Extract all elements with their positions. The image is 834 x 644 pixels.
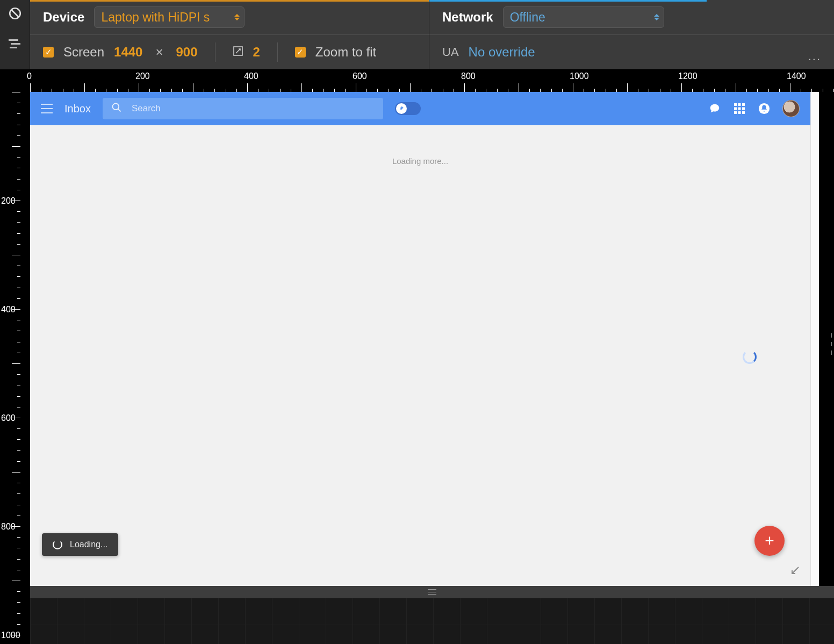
svg-line-7 bbox=[118, 109, 120, 112]
screen-height[interactable]: 900 bbox=[176, 45, 197, 60]
network-label: Network bbox=[442, 10, 493, 25]
ua-label: UA bbox=[442, 45, 459, 59]
bottom-panel-background bbox=[30, 598, 834, 644]
screen-width[interactable]: 1440 bbox=[114, 45, 142, 60]
ruler-label: 1400 bbox=[787, 71, 806, 81]
device-label: Device bbox=[43, 10, 84, 25]
screen-label: Screen bbox=[63, 45, 104, 60]
grip-icon bbox=[428, 589, 436, 595]
apps-grid-icon[interactable] bbox=[733, 102, 746, 115]
device-panel: Device Laptop with HiDPI s ✓ Screen 1440… bbox=[30, 0, 429, 69]
search-input[interactable] bbox=[132, 103, 375, 114]
divider bbox=[277, 42, 278, 62]
ua-row: UA No override bbox=[429, 34, 834, 69]
svg-line-1 bbox=[11, 10, 18, 17]
loading-more-text: Loading more... bbox=[30, 156, 810, 166]
panel-splitter[interactable] bbox=[30, 586, 834, 598]
toast-text: Loading... bbox=[70, 540, 107, 549]
zoom-label: Zoom to fit bbox=[315, 45, 376, 60]
ruler-label: 400 bbox=[244, 71, 258, 81]
svg-rect-11 bbox=[734, 108, 737, 110]
svg-rect-2 bbox=[9, 39, 18, 41]
plus-icon: + bbox=[765, 532, 774, 550]
network-row: Network Offline bbox=[429, 0, 834, 34]
viewport-content: Inbox Loadin bbox=[30, 92, 810, 586]
device-select[interactable]: Laptop with HiDPI s bbox=[94, 6, 245, 28]
app-title: Inbox bbox=[64, 103, 91, 115]
svg-rect-4 bbox=[10, 47, 17, 48]
drawer-grab-handle[interactable] bbox=[829, 333, 834, 355]
hamburger-icon[interactable] bbox=[41, 104, 53, 113]
svg-rect-9 bbox=[738, 103, 741, 106]
device-viewport: Inbox Loadin bbox=[30, 92, 819, 586]
vertical-ruler: 2004006008001000 bbox=[0, 69, 20, 644]
screen-row: ✓ Screen 1440 × 900 2 ✓ Zoom to fit bbox=[30, 34, 429, 69]
screen-checkbox[interactable]: ✓ bbox=[43, 47, 54, 58]
ua-value[interactable]: No override bbox=[469, 45, 535, 60]
devtools-panels: Device Laptop with HiDPI s ✓ Screen 1440… bbox=[30, 0, 834, 69]
user-avatar[interactable] bbox=[782, 100, 800, 117]
ruler-label: 0 bbox=[27, 71, 32, 81]
zoom-checkbox[interactable]: ✓ bbox=[295, 47, 306, 58]
compose-fab[interactable]: + bbox=[754, 526, 785, 556]
ruler-label: 600 bbox=[1, 413, 16, 423]
ruler-label: 1000 bbox=[1, 631, 20, 640]
ruler-label: 200 bbox=[1, 196, 16, 206]
loading-toast: Loading... bbox=[42, 533, 118, 556]
svg-rect-15 bbox=[738, 111, 741, 114]
select-caret-icon bbox=[234, 14, 240, 20]
svg-rect-10 bbox=[742, 103, 745, 106]
svg-rect-8 bbox=[734, 103, 737, 106]
svg-rect-3 bbox=[11, 43, 20, 45]
chat-icon[interactable] bbox=[708, 102, 721, 115]
pin-toggle[interactable] bbox=[395, 102, 421, 115]
search-icon bbox=[111, 102, 122, 115]
filter-icon[interactable] bbox=[6, 34, 24, 53]
svg-rect-16 bbox=[742, 111, 745, 114]
ruler-label: 800 bbox=[1, 522, 16, 532]
active-tab-indicator bbox=[429, 0, 707, 2]
notifications-icon[interactable] bbox=[758, 102, 771, 115]
device-select-value: Laptop with HiDPI s bbox=[101, 10, 210, 25]
ruler-label: 1200 bbox=[678, 71, 698, 81]
spinner-icon bbox=[53, 540, 62, 549]
divider bbox=[215, 42, 215, 62]
device-row: Device Laptop with HiDPI s bbox=[30, 0, 429, 34]
resize-handle-icon[interactable] bbox=[790, 566, 800, 578]
loading-spinner-icon bbox=[743, 350, 757, 364]
dimension-x: × bbox=[155, 45, 163, 60]
horizontal-ruler: 0200400600800100012001400 bbox=[20, 69, 834, 92]
select-caret-icon bbox=[654, 14, 659, 20]
inbox-header: Inbox bbox=[30, 92, 810, 125]
no-entry-icon[interactable] bbox=[6, 4, 24, 23]
network-select[interactable]: Offline bbox=[503, 6, 664, 28]
pin-icon bbox=[396, 103, 407, 114]
svg-rect-14 bbox=[734, 111, 737, 114]
viewport-scrollbar[interactable] bbox=[810, 92, 819, 586]
ruler-label: 1000 bbox=[570, 71, 589, 81]
search-bar[interactable] bbox=[103, 98, 384, 119]
svg-point-6 bbox=[112, 104, 119, 110]
network-panel: Network Offline UA No override ... bbox=[429, 0, 834, 69]
ruler-label: 600 bbox=[353, 71, 367, 81]
ruler-label: 400 bbox=[1, 305, 16, 314]
devtools-toolbar: Device Laptop with HiDPI s ✓ Screen 1440… bbox=[0, 0, 834, 69]
more-menu-icon[interactable]: ... bbox=[808, 49, 821, 63]
active-tab-indicator bbox=[30, 0, 429, 2]
ruler-label: 200 bbox=[135, 71, 150, 81]
devtools-side-column bbox=[0, 0, 30, 69]
svg-rect-13 bbox=[742, 108, 745, 110]
dpr-value[interactable]: 2 bbox=[253, 45, 260, 60]
svg-rect-12 bbox=[738, 108, 741, 110]
dpr-icon bbox=[233, 45, 243, 60]
ruler-label: 800 bbox=[461, 71, 476, 81]
network-select-value: Offline bbox=[510, 10, 545, 25]
